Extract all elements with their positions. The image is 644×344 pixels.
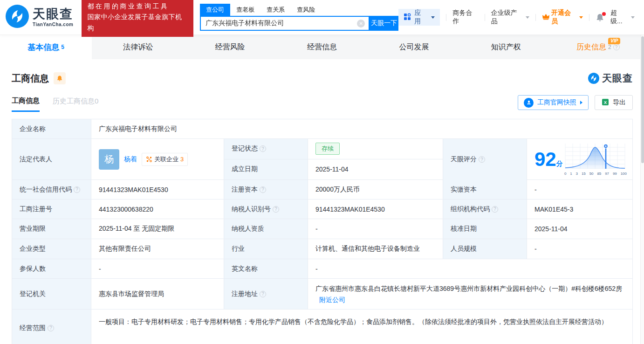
help-icon[interactable]: ? [273, 206, 279, 213]
tab-operating-risk[interactable]: 经营风险 [184, 35, 276, 59]
help-icon[interactable]: ? [260, 186, 266, 193]
credit-code-value: 91441323MAK01E4530 [91, 180, 224, 199]
reg-status-cell: 存续 [308, 139, 443, 159]
banner-line2: 国家中小企业发展子基金旗下机构 [87, 12, 188, 33]
score-value: 92 [534, 148, 556, 170]
table-row: 营业期限 2025-11-04 至 无固定期限 纳税人资质 - 核准日期 202… [12, 219, 632, 239]
search-area: 查公司 查老板 查关系 查风险 ✕ 天眼一下 [200, 4, 398, 31]
watermark-logo: 天眼查 [588, 72, 633, 85]
field-label: 登记机关 [12, 279, 91, 309]
help-icon[interactable]: ? [260, 145, 266, 152]
table-row: 参保人数 - 英文名称 - [12, 259, 632, 279]
official-snapshot-button[interactable]: 工商官网快照 [518, 95, 589, 110]
field-label: 企业类型 [12, 239, 91, 259]
nav-membership[interactable]: 开通会员 [542, 9, 583, 26]
help-icon[interactable]: ? [74, 186, 80, 193]
scrollbar[interactable] [640, 0, 644, 344]
tab-legal-lawsuits[interactable]: 法律诉讼 [92, 35, 184, 59]
tab-company-development[interactable]: 公司发展 [368, 35, 460, 59]
reg-address-value: 广东省惠州市惠东县白花镇长塘村新平大道3689号惠州市新材料产业园科创中心（一期… [315, 285, 622, 292]
search-tab-company[interactable]: 查公司 [200, 4, 230, 16]
divider [485, 14, 485, 21]
company-name-value: 广东兴福电子材料有限公司 [91, 119, 632, 138]
search-tab-risk[interactable]: 查风险 [291, 4, 321, 16]
notification-bell[interactable] [596, 13, 604, 22]
tab-history-info[interactable]: 历史信息 2 ? VIP [552, 35, 644, 59]
avatar[interactable]: 杨 [99, 149, 119, 170]
search-tab-relation[interactable]: 查关系 [260, 4, 291, 16]
field-label: 天眼评分 ? [443, 139, 527, 180]
field-label: 参保人数 [12, 259, 91, 278]
subtab-history-business-info[interactable]: 历史工商信息0 [53, 97, 98, 111]
chevron-right-icon [580, 101, 582, 104]
reg-number-value: 441323000638220 [91, 200, 224, 219]
apps-menu[interactable]: 应用 [398, 9, 440, 26]
stamp-icon [524, 98, 534, 108]
scrollbar-thumb[interactable] [641, 36, 644, 163]
nav-enterprise-products[interactable]: 企业级产品 [491, 9, 529, 26]
field-label: 企业名称 [12, 119, 91, 138]
tab-operating-info[interactable]: 经营信息 [276, 35, 368, 59]
business-term-value: 2025-11-04 至 无固定期限 [91, 219, 224, 239]
search-type-tabs: 查公司 查老板 查关系 查风险 [200, 4, 398, 16]
insured-count-value: - [91, 259, 224, 278]
tab-basic-info[interactable]: 基本信息 5 [0, 35, 92, 59]
help-icon[interactable]: ? [479, 156, 485, 163]
field-label: 法定代表人 [12, 139, 91, 179]
banner-line1: 都在用的商业查询工具 [87, 1, 188, 12]
user-menu[interactable]: 超级... [610, 9, 635, 26]
subscribe-bell-button[interactable] [54, 72, 66, 84]
top-header: 天眼查 TianYanCha.com 都在用的商业查询工具 国家中小企业发展子基… [0, 0, 644, 35]
nearby-companies-link[interactable]: 附近公司 [319, 296, 345, 303]
help-icon[interactable]: ? [48, 325, 54, 331]
help-icon[interactable]: ? [613, 44, 620, 50]
field-label: 统一社会信用代码? [12, 180, 91, 199]
apps-grid-icon [404, 13, 411, 22]
legal-rep-link[interactable]: 杨着 [124, 155, 137, 164]
table-row: 工商注册号 441323000638220 纳税人识别号? 91441323MA… [12, 200, 632, 219]
search-button[interactable]: 天眼一下 [370, 16, 398, 31]
svg-text:X: X [604, 100, 607, 104]
nav-cooperation[interactable]: 商务合作 [452, 9, 478, 26]
table-row: 统一社会信用代码? 91441323MAK01E4530 注册资本? 20000… [12, 180, 632, 200]
tab-intellectual-property[interactable]: 知识产权 [460, 35, 552, 59]
brand-domain: TianYanCha.com [33, 22, 73, 27]
export-button[interactable]: X 导出 [595, 95, 633, 110]
taxpayer-id-value: 91441323MAK01E4530 [308, 200, 443, 219]
promo-banner: 都在用的商业查询工具 国家中小企业发展子基金旗下机构 [82, 0, 193, 37]
field-label: 核准日期 [443, 219, 527, 239]
crown-icon [542, 13, 550, 21]
paid-capital-value: - [527, 180, 632, 199]
divider [589, 14, 589, 21]
establish-date-value: 2025-11-04 [308, 159, 443, 180]
tianyancha-logo-icon [6, 5, 29, 30]
search-tab-boss[interactable]: 查老板 [230, 4, 260, 16]
field-label: 纳税人识别号? [224, 200, 308, 219]
brand-name: 天眼查 [33, 8, 73, 21]
section-title: 工商信息 [12, 72, 49, 85]
company-type-value: 其他有限责任公司 [91, 239, 224, 259]
org-code-value: MAK01E45-3 [527, 200, 632, 219]
field-label: 行业 [224, 239, 308, 259]
staff-size-value: - [527, 239, 632, 259]
search-input[interactable] [206, 20, 355, 27]
field-label: 营业期限 [12, 219, 91, 239]
score-distribution-chart[interactable]: 0131550859799100 [564, 143, 627, 176]
apps-label: 应用 [414, 9, 427, 26]
field-label: 人员规模 [443, 239, 527, 259]
chevron-down-icon [631, 16, 635, 19]
subtab-business-info[interactable]: 工商信息 [12, 96, 40, 112]
help-icon[interactable]: ? [492, 206, 498, 213]
notification-dot [602, 12, 606, 16]
business-scope-value: 一般项目：电子专用材料研发；电子专用材料销售；专用化学产品销售（不含危险化学品）… [91, 310, 632, 344]
tianyancha-logo[interactable]: 天眼查 TianYanCha.com [6, 5, 73, 30]
legal-rep-cell: 杨 杨着 关联企业 3 [91, 139, 224, 179]
related-companies-badge[interactable]: 关联企业 3 [142, 153, 188, 166]
field-label: 经营范围? [12, 310, 91, 344]
field-label: 英文名称 [224, 259, 308, 278]
clear-search-icon[interactable]: ✕ [357, 20, 365, 28]
user-name: 超级... [610, 9, 629, 26]
field-label: 登记状态 ? [224, 139, 308, 159]
score-cell: 92分 [527, 139, 632, 179]
help-icon[interactable]: ? [260, 291, 266, 297]
